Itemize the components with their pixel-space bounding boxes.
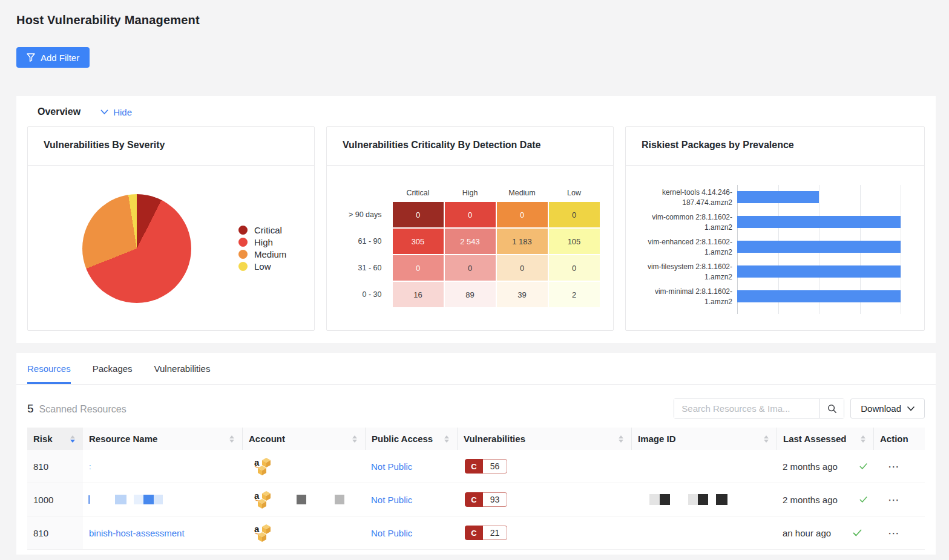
table-row[interactable]: 1000 a	[27, 483, 925, 516]
search-input[interactable]	[674, 399, 819, 418]
resources-table: RiskResource NameAccountPublic AccessVul…	[27, 428, 925, 550]
vulnerability-badge[interactable]: C 93	[465, 492, 507, 507]
column-header-image[interactable]: Image ID	[631, 428, 777, 450]
last-assessed-cell: 2 months ago	[777, 450, 873, 483]
column-header-label: Vulnerabilities	[464, 434, 525, 444]
heatmap-cell[interactable]: 105	[549, 229, 600, 254]
count-value: 5	[27, 402, 34, 415]
add-filter-button[interactable]: Add Filter	[16, 47, 90, 68]
heatmap-column-header: Low	[549, 185, 600, 201]
public-access-link[interactable]: Not Public	[371, 528, 412, 538]
redaction-block	[716, 494, 727, 505]
heatmap-cell[interactable]: 0	[549, 255, 600, 281]
severity-pie-chart[interactable]	[82, 194, 191, 303]
bar[interactable]	[737, 290, 901, 302]
overview-panel: Overview Hide Vulnerabilities By Severit…	[16, 96, 936, 343]
bar[interactable]	[737, 265, 901, 278]
svg-text:a: a	[254, 524, 260, 534]
legend-swatch	[238, 238, 248, 247]
heatmap-cell[interactable]: 0	[549, 202, 600, 227]
column-header-name[interactable]: Resource Name	[83, 428, 242, 450]
resources-panel: ResourcesPackagesVulnerabilities 5 Scann…	[16, 353, 936, 555]
heatmap-cell[interactable]: 2	[549, 282, 600, 307]
aws-icon: a	[254, 490, 272, 509]
vulnerability-badge[interactable]: C 56	[465, 459, 507, 474]
column-header-vuln[interactable]: Vulnerabilities	[457, 428, 631, 450]
packages-bar-chart[interactable]: kernel-tools 4.14.246- 187.474.amzn2vim-…	[626, 166, 924, 331]
heatmap-cell[interactable]: 0	[497, 255, 548, 281]
heatmap-cell[interactable]: 89	[445, 282, 496, 307]
severity-letter: C	[465, 459, 483, 474]
risk-cell: 810	[27, 450, 83, 483]
heatmap-cell[interactable]: 39	[497, 282, 548, 307]
tab-resources[interactable]: Resources	[27, 363, 71, 384]
public-access-link[interactable]: Not Public	[371, 495, 412, 505]
page-header: Host Vulnerability Management Add Filter	[0, 0, 949, 68]
heatmap-cell[interactable]: 0	[497, 202, 548, 227]
column-header-assessed[interactable]: Last Assessed	[777, 428, 873, 450]
heatmap-cell[interactable]: 0	[445, 255, 496, 281]
check-icon	[859, 496, 867, 503]
criticality-heatmap-body: CriticalHighMediumLow> 90 days000061 - 9…	[327, 166, 613, 331]
legend-item-critical[interactable]: Critical	[238, 224, 286, 236]
image-id-cell	[631, 450, 777, 483]
criticality-card-title: Vulnerabilities Criticality By Detection…	[327, 127, 613, 166]
table-row[interactable]: 810 : a Not Public C 56	[27, 450, 925, 483]
redaction-block	[660, 494, 670, 505]
column-header-action: Action	[873, 428, 925, 450]
heatmap-cell[interactable]: 305	[393, 229, 444, 254]
criticality-card: Vulnerabilities Criticality By Detection…	[326, 126, 614, 331]
more-actions-icon[interactable]: ⋯	[888, 460, 900, 474]
sort-icon	[70, 435, 75, 443]
resource-name-link[interactable]: binish-host-assessment	[89, 528, 185, 538]
public-access-link[interactable]: Not Public	[371, 461, 412, 472]
resource-name-cell: :	[83, 450, 242, 483]
heatmap-cell[interactable]: 0	[393, 202, 444, 227]
tab-packages[interactable]: Packages	[93, 363, 133, 384]
bar[interactable]	[737, 241, 901, 253]
sort-icon	[619, 435, 623, 443]
heatmap-cell[interactable]: 0	[393, 255, 444, 281]
image-id-cell	[631, 516, 777, 549]
svg-text:a: a	[254, 457, 260, 467]
scanned-resources-count: 5 Scanned Resources	[27, 402, 126, 415]
vulnerability-badge[interactable]: C 21	[465, 526, 507, 540]
account-cell: a	[242, 450, 365, 483]
tab-vulnerabilities[interactable]: Vulnerabilities	[154, 363, 211, 384]
heatmap-cell[interactable]: 16	[393, 282, 444, 307]
download-button[interactable]: Download	[850, 399, 925, 418]
legend-item-medium[interactable]: Medium	[238, 249, 286, 261]
table-row[interactable]: 810 binish-host-assessment a Not Public …	[27, 516, 925, 550]
heatmap-cell[interactable]: 0	[445, 202, 496, 227]
heatmap-cell[interactable]: 1 183	[497, 229, 548, 254]
severity-letter: C	[465, 526, 483, 540]
bar[interactable]	[737, 216, 901, 228]
redaction-block	[115, 495, 126, 504]
hide-overview-link[interactable]: Hide	[100, 107, 132, 117]
search-button[interactable]	[819, 399, 844, 418]
bar[interactable]	[737, 191, 819, 203]
criticality-heatmap[interactable]: CriticalHighMediumLow> 90 days000061 - 9…	[341, 185, 600, 331]
overview-header: Overview Hide	[27, 106, 925, 117]
column-header-risk[interactable]: Risk	[27, 428, 83, 450]
bar-chart-labels: kernel-tools 4.14.246- 187.474.amzn2vim-…	[626, 185, 737, 331]
bar-category-label: vim-common 2:8.1.1602- 1.amzn2	[626, 210, 737, 235]
redaction-block	[297, 495, 306, 504]
chevron-down-icon	[100, 109, 108, 115]
count-label: Scanned Resources	[39, 404, 126, 415]
column-header-public[interactable]: Public Access	[365, 428, 457, 450]
search-box	[674, 399, 844, 418]
vulnerability-count: 56	[483, 459, 507, 474]
more-actions-icon[interactable]: ⋯	[888, 526, 900, 540]
bar-category-label: vim-filesystem 2:8.1.1602- 1.amzn2	[626, 259, 737, 284]
column-header-label: Image ID	[638, 434, 676, 444]
heatmap-cell[interactable]: 2 543	[445, 229, 496, 254]
legend-label: Medium	[254, 249, 286, 259]
legend-item-high[interactable]: High	[238, 236, 286, 249]
column-header-account[interactable]: Account	[242, 428, 365, 450]
redaction-block	[335, 495, 344, 504]
more-actions-icon[interactable]: ⋯	[888, 493, 900, 507]
legend-item-low[interactable]: Low	[238, 261, 286, 273]
hide-label: Hide	[113, 107, 132, 117]
search-icon	[827, 404, 837, 414]
